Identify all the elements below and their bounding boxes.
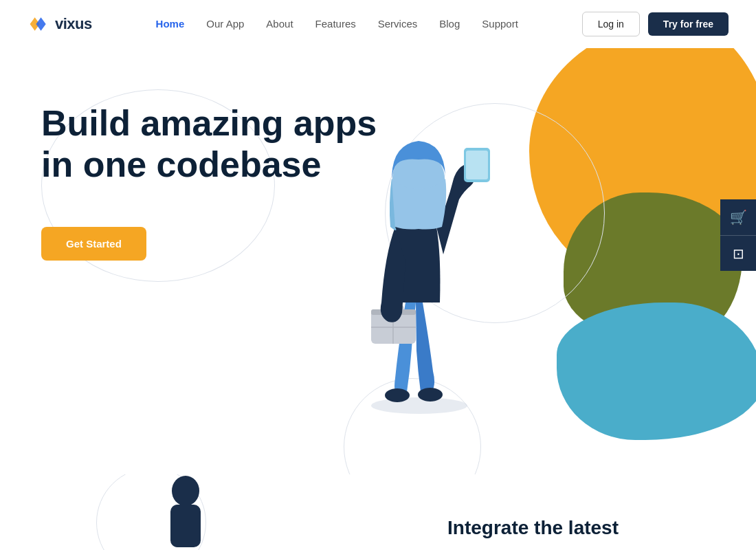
cart-icon: 🛒 (730, 209, 747, 226)
nav-item-blog[interactable]: Blog (439, 18, 460, 30)
get-started-button[interactable]: Get Started (41, 227, 146, 261)
bookmark-icon: ⊡ (733, 245, 744, 262)
bookmark-icon-button[interactable]: ⊡ (720, 235, 756, 271)
bottom-teaser: Integrate the latest (0, 474, 756, 550)
svg-point-2 (385, 388, 410, 402)
nav-links: Home Our App About Features Services Blo… (156, 18, 518, 30)
try-free-button[interactable]: Try for free (648, 12, 729, 36)
logo-icon (27, 14, 49, 34)
nav-item-ourapp[interactable]: Our App (206, 18, 244, 30)
nav-item-about[interactable]: About (266, 18, 293, 30)
login-button[interactable]: Log in (582, 12, 640, 36)
svg-point-1 (371, 397, 467, 414)
nav-item-support[interactable]: Support (482, 18, 518, 30)
hero-title: Build amazing apps in one codebase (41, 103, 377, 186)
logo[interactable]: vixus (27, 14, 92, 34)
svg-rect-10 (466, 151, 488, 179)
nav-item-services[interactable]: Services (378, 18, 418, 30)
navbar: vixus Home Our App About Features Servic… (0, 0, 756, 48)
hero-content: Build amazing apps in one codebase Get S… (41, 103, 377, 261)
sidebar-icons: 🛒 ⊡ (720, 199, 756, 271)
blob-blue (557, 302, 756, 440)
character-illustration (330, 89, 509, 419)
logo-text: vixus (55, 15, 92, 33)
svg-rect-14 (170, 505, 201, 547)
bottom-person-illustration (158, 474, 213, 550)
bottom-teaser-title: Integrate the latest (447, 517, 619, 539)
svg-point-13 (172, 476, 199, 506)
cart-icon-button[interactable]: 🛒 (720, 199, 756, 235)
nav-actions: Log in Try for free (582, 12, 729, 36)
hero-section: Build amazing apps in one codebase Get S… (0, 48, 756, 474)
nav-item-features[interactable]: Features (315, 18, 356, 30)
nav-item-home[interactable]: Home (156, 18, 185, 30)
svg-point-3 (418, 388, 443, 402)
